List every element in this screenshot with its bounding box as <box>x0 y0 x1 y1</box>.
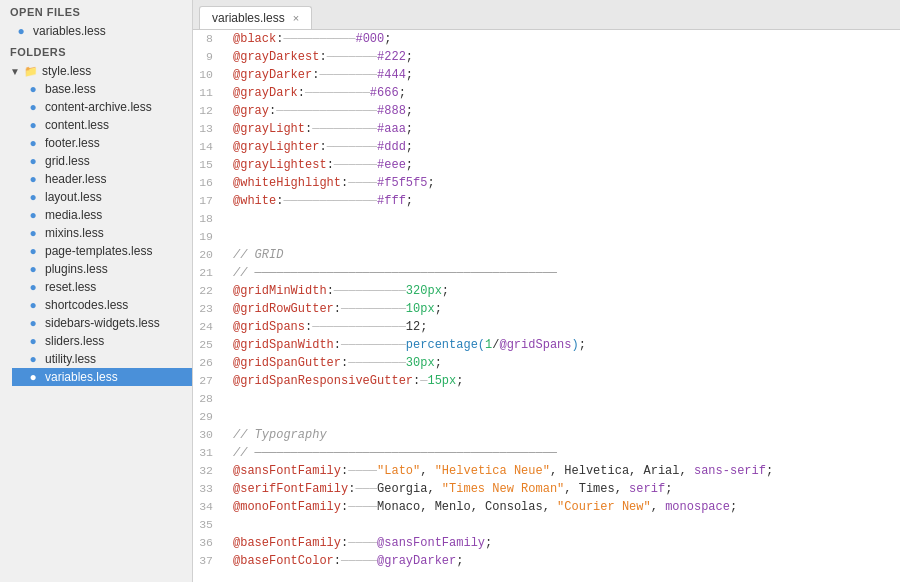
line-content: @grayLightest:——————#eee; <box>225 156 900 174</box>
line-number: 14 <box>193 138 225 156</box>
code-line: 28 <box>193 390 900 408</box>
line-content: @grayLight:—————————#aaa; <box>225 120 900 138</box>
sidebar-item-label: header.less <box>45 172 106 186</box>
sidebar-item-utility-less[interactable]: ●utility.less <box>12 350 192 368</box>
line-number: 33 <box>193 480 225 498</box>
line-number: 26 <box>193 354 225 372</box>
sidebar-item-grid-less[interactable]: ●grid.less <box>12 152 192 170</box>
line-number: 9 <box>193 48 225 66</box>
tab-label: variables.less <box>212 11 285 25</box>
line-number: 25 <box>193 336 225 354</box>
tab-bar: variables.less × <box>193 0 900 30</box>
sidebar-item-plugins-less[interactable]: ●plugins.less <box>12 260 192 278</box>
code-line: 36@baseFontFamily:————@sansFontFamily; <box>193 534 900 552</box>
sidebar-item-header-less[interactable]: ●header.less <box>12 170 192 188</box>
line-number: 19 <box>193 228 225 246</box>
code-line: 21// ———————————————————————————————————… <box>193 264 900 282</box>
line-number: 15 <box>193 156 225 174</box>
file-icon: ● <box>26 280 40 294</box>
file-icon: ● <box>26 316 40 330</box>
code-line: 12@gray:——————————————#888; <box>193 102 900 120</box>
sidebar-item-label: layout.less <box>45 190 102 204</box>
sidebar-item-label: grid.less <box>45 154 90 168</box>
code-line: 29 <box>193 408 900 426</box>
nested-files: ●base.less●content-archive.less●content.… <box>0 80 192 386</box>
line-content: @gray:——————————————#888; <box>225 102 900 120</box>
code-line: 34@monoFontFamily:————Monaco, Menlo, Con… <box>193 498 900 516</box>
tab-variables-less[interactable]: variables.less × <box>199 6 312 29</box>
line-number: 29 <box>193 408 225 426</box>
line-content: @monoFontFamily:————Monaco, Menlo, Conso… <box>225 498 900 516</box>
sidebar-item-layout-less[interactable]: ●layout.less <box>12 188 192 206</box>
line-number: 37 <box>193 552 225 570</box>
file-icon: ● <box>26 118 40 132</box>
line-number: 34 <box>193 498 225 516</box>
line-number: 32 <box>193 462 225 480</box>
code-line: 27@gridSpanResponsiveGutter:—15px; <box>193 372 900 390</box>
code-line: 19 <box>193 228 900 246</box>
sidebar-item-variables-less[interactable]: ●variables.less <box>12 368 192 386</box>
line-content: @white:—————————————#fff; <box>225 192 900 210</box>
line-number: 16 <box>193 174 225 192</box>
sidebar-item-sliders-less[interactable]: ●sliders.less <box>12 332 192 350</box>
sidebar-item-shortcodes-less[interactable]: ●shortcodes.less <box>12 296 192 314</box>
code-line: 32@sansFontFamily:————"Lato", "Helvetica… <box>193 462 900 480</box>
sidebar-item-label: utility.less <box>45 352 96 366</box>
line-number: 35 <box>193 516 225 534</box>
sidebar-item-label: sliders.less <box>45 334 104 348</box>
line-content: @grayDark:—————————#666; <box>225 84 900 102</box>
code-line: 26@gridSpanGutter:————————30px; <box>193 354 900 372</box>
folder-row-style[interactable]: ▼ 📁 style.less <box>0 62 192 80</box>
sidebar-item-base-less[interactable]: ●base.less <box>12 80 192 98</box>
sidebar-item-page-templates-less[interactable]: ●page-templates.less <box>12 242 192 260</box>
sidebar-item-label: media.less <box>45 208 102 222</box>
line-number: 18 <box>193 210 225 228</box>
sidebar-item-content-archive-less[interactable]: ●content-archive.less <box>12 98 192 116</box>
line-number: 17 <box>193 192 225 210</box>
code-area[interactable]: 8@black:——————————#000;9@grayDarkest:———… <box>193 30 900 582</box>
line-number: 12 <box>193 102 225 120</box>
tab-close-button[interactable]: × <box>293 13 299 24</box>
file-icon: ● <box>26 100 40 114</box>
line-number: 24 <box>193 318 225 336</box>
sidebar-item-media-less[interactable]: ●media.less <box>12 206 192 224</box>
open-file-item[interactable]: ● variables.less <box>0 22 192 40</box>
line-number: 8 <box>193 30 225 48</box>
code-line: 10@grayDarker:————————#444; <box>193 66 900 84</box>
code-line: 15@grayLightest:——————#eee; <box>193 156 900 174</box>
line-content: @whiteHighlight:————#f5f5f5; <box>225 174 900 192</box>
line-content: @black:——————————#000; <box>225 30 900 48</box>
sidebar-item-content-less[interactable]: ●content.less <box>12 116 192 134</box>
sidebar-item-label: plugins.less <box>45 262 108 276</box>
line-number: 21 <box>193 264 225 282</box>
code-line: 8@black:——————————#000; <box>193 30 900 48</box>
line-content: @grayDarker:————————#444; <box>225 66 900 84</box>
sidebar-item-label: mixins.less <box>45 226 104 240</box>
code-line: 16@whiteHighlight:————#f5f5f5; <box>193 174 900 192</box>
sidebar-item-mixins-less[interactable]: ●mixins.less <box>12 224 192 242</box>
line-content: @grayLighter:———————#ddd; <box>225 138 900 156</box>
file-icon: ● <box>26 244 40 258</box>
sidebar-item-footer-less[interactable]: ●footer.less <box>12 134 192 152</box>
line-content <box>225 516 900 534</box>
line-content: @gridSpanWidth:—————————percentage(1/@gr… <box>225 336 900 354</box>
line-content: @gridSpanResponsiveGutter:—15px; <box>225 372 900 390</box>
sidebar-item-reset-less[interactable]: ●reset.less <box>12 278 192 296</box>
line-content: @gridRowGutter:—————————10px; <box>225 300 900 318</box>
code-line: 11@grayDark:—————————#666; <box>193 84 900 102</box>
line-number: 13 <box>193 120 225 138</box>
line-content: // —————————————————————————————————————… <box>225 444 900 462</box>
file-icon: ● <box>26 370 40 384</box>
sidebar-item-label: base.less <box>45 82 96 96</box>
line-content: @baseFontColor:—————@grayDarker; <box>225 552 900 570</box>
line-number: 22 <box>193 282 225 300</box>
sidebar-item-sidebars-widgets-less[interactable]: ●sidebars-widgets.less <box>12 314 192 332</box>
line-content: // —————————————————————————————————————… <box>225 264 900 282</box>
code-line: 23@gridRowGutter:—————————10px; <box>193 300 900 318</box>
line-number: 27 <box>193 372 225 390</box>
sidebar: OPEN FILES ● variables.less FOLDERS ▼ 📁 … <box>0 0 193 582</box>
line-content: @gridMinWidth:——————————320px; <box>225 282 900 300</box>
code-line: 20// GRID <box>193 246 900 264</box>
line-number: 28 <box>193 390 225 408</box>
code-line: 18 <box>193 210 900 228</box>
